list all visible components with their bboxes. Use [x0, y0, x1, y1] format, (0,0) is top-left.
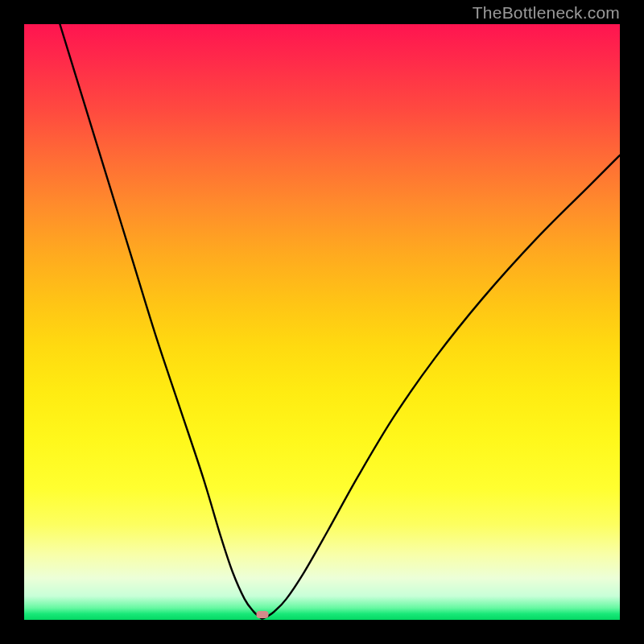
- bottleneck-curve: [24, 24, 620, 620]
- plot-area: [24, 24, 620, 620]
- watermark-text: TheBottleneck.com: [473, 3, 620, 23]
- optimum-marker: [257, 611, 269, 618]
- chart-frame: TheBottleneck.com: [0, 0, 644, 644]
